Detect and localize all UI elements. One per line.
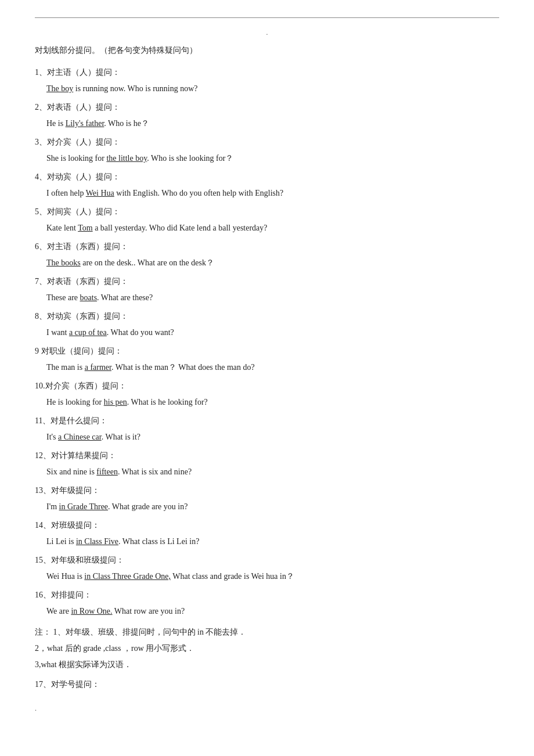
item-content-6: The books are on the desk.. What are on … <box>46 255 499 271</box>
item-label-7: 7、对表语（东西）提问： <box>35 273 499 290</box>
item-content-1: The boy is running now. Who is running n… <box>46 81 499 97</box>
item-content-14: Li Lei is in Class Five. What class is L… <box>46 534 499 550</box>
item-content-15: Wei Hua is in Class Three Grade One, Wha… <box>46 568 499 585</box>
item-label-9: 9 对职业（提问）提问： <box>35 343 499 359</box>
item-label-3: 3、对介宾（人）提问： <box>35 134 499 150</box>
item-label-15: 15、对年级和班级提问： <box>35 552 499 568</box>
item-17-label: 17、对学号提问： <box>35 676 499 693</box>
item-label-5: 5、对间宾（人）提问： <box>35 204 499 220</box>
item-content-13: I'm in Grade Three. What grade are you i… <box>46 499 499 515</box>
item-content-8: I want a cup of tea. What do you want? <box>46 325 499 341</box>
item-content-11: It's a Chinese car. What is it? <box>46 429 499 445</box>
note-1: 注： 1、对年级、班级、排提问时，问句中的 in 不能去掉． <box>35 624 499 640</box>
item-content-7: These are boats. What are these? <box>46 290 499 306</box>
bottom-dot: . <box>35 704 499 713</box>
item-label-2: 2、对表语（人）提问： <box>35 99 499 116</box>
item-label-1: 1、对主语（人）提问： <box>35 64 499 81</box>
top-dot: . <box>35 28 499 37</box>
item-label-14: 14、对班级提问： <box>35 517 499 534</box>
note-2: 2，what 后的 grade ,class ，row 用小写形式． <box>35 640 499 657</box>
item-label-12: 12、对计算结果提问： <box>35 448 499 464</box>
item-content-4: I often help Wei Hua with English. Who d… <box>46 185 499 201</box>
item-label-13: 13、对年级提问： <box>35 483 499 499</box>
item-content-12: Six and nine is fifteen. What is six and… <box>46 464 499 480</box>
item-content-3: She is looking for the little boy. Who i… <box>46 150 499 167</box>
note-3: 3,what 根据实际译为汉语． <box>35 657 499 673</box>
items-container: 1、对主语（人）提问：The boy is running now. Who i… <box>35 64 499 620</box>
section-title: 对划线部分提问。（把各句变为特殊疑问句） <box>35 43 499 57</box>
item-label-4: 4、对动宾（人）提问： <box>35 169 499 185</box>
top-border <box>35 17 499 18</box>
item-content-16: We are in Row One. What row are you in? <box>46 603 499 620</box>
item-content-2: He is Lily's father. Who is he？ <box>46 116 499 132</box>
item-label-16: 16、对排提问： <box>35 587 499 603</box>
item-content-10: He is looking for his pen. What is he lo… <box>46 394 499 411</box>
item-label-11: 11、对是什么提问： <box>35 413 499 429</box>
item-content-9: The man is a farmer. What is the man？ Wh… <box>46 359 499 376</box>
item-label-6: 6、对主语（东西）提问： <box>35 239 499 255</box>
notes-block: 注： 1、对年级、班级、排提问时，问句中的 in 不能去掉． 2，what 后的… <box>35 624 499 673</box>
item-label-10: 10.对介宾（东西）提问： <box>35 378 499 394</box>
item-content-5: Kate lent Tom a ball yesterday. Who did … <box>46 220 499 236</box>
item-label-8: 8、对动宾（东西）提问： <box>35 308 499 325</box>
